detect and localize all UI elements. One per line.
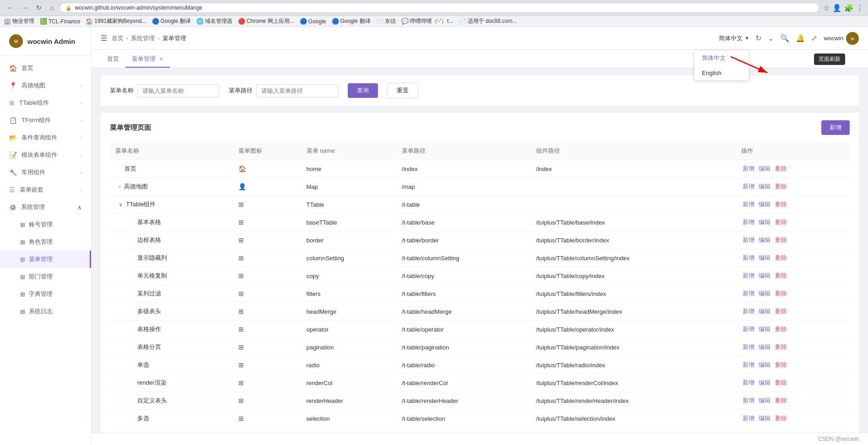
menu-name-input[interactable] (137, 84, 220, 97)
forward-button[interactable]: → (19, 3, 30, 12)
edit-action-btn[interactable]: 编辑 (757, 414, 772, 423)
user-info[interactable]: wocwin w (824, 32, 859, 45)
add-action-btn[interactable]: 新增 (741, 290, 756, 298)
bookmark-1991[interactable]: 🏠 1991藏家狗Beyond... (86, 17, 146, 25)
edit-action-btn[interactable]: 编辑 (757, 343, 772, 351)
bookmark-wuye[interactable]: 🏢 物业管理 (4, 17, 34, 25)
bookmark-doc88[interactable]: 📄 适用于 doc88.com... (459, 17, 517, 25)
add-action-btn[interactable]: 新增 (741, 361, 756, 369)
tab-home[interactable]: 首页 (101, 51, 125, 68)
search-topbar-icon[interactable]: 🔍 (780, 34, 789, 43)
sidebar-item-sysadmin[interactable]: ⚙️ 系统管理 ∧ (0, 198, 91, 216)
sidebar-subitem-menu[interactable]: ⊞ 菜单管理 (0, 251, 91, 268)
add-action-btn[interactable]: 新增 (741, 200, 756, 209)
delete-action-btn[interactable]: 删除 (774, 325, 788, 333)
add-action-btn[interactable]: 新增 (741, 414, 756, 423)
refresh-icon[interactable]: ↻ (755, 34, 761, 43)
sidebar-item-condition[interactable]: 📂 条件查询组件 › (0, 129, 91, 146)
add-action-btn[interactable]: 新增 (741, 325, 756, 333)
back-button[interactable]: ← (5, 3, 16, 12)
topbar-down-arrow-icon[interactable]: ⌄ (768, 34, 774, 43)
bookmark-googletrans[interactable]: 🔵 Google 翻译 (152, 17, 191, 25)
edit-action-btn[interactable]: 编辑 (757, 307, 772, 316)
breadcrumb-home[interactable]: 首页 (112, 34, 124, 43)
delete-action-btn[interactable]: 删除 (774, 379, 788, 387)
menu-path-input[interactable] (256, 84, 339, 97)
edit-action-btn[interactable]: 编辑 (757, 361, 772, 369)
new-button-top[interactable]: 新增 (821, 120, 850, 135)
sidebar-item-tform[interactable]: 📋 TForm组件 › (0, 112, 91, 129)
add-action-btn[interactable]: 新增 (741, 165, 756, 173)
edit-action-btn[interactable]: 编辑 (757, 397, 772, 405)
edit-action-btn[interactable]: 编辑 (757, 379, 772, 387)
tab-menu[interactable]: 菜单管理 ✕ (125, 51, 170, 68)
delete-action-btn[interactable]: 删除 (774, 218, 788, 226)
sidebar-subitem-syslog[interactable]: ⊞ 系统日志 (0, 303, 91, 320)
bookmark-bilibili[interactable]: 💬 哔哩哔哩（'-'）τ... (401, 17, 453, 25)
add-action-btn[interactable]: 新增 (741, 254, 756, 262)
add-action-btn[interactable]: 新增 (741, 307, 756, 316)
bookmark-tcl[interactable]: 💹 TCL-Finance (40, 18, 80, 25)
add-action-btn[interactable]: 新增 (741, 182, 756, 191)
edit-action-btn[interactable]: 编辑 (757, 325, 772, 333)
expand-button[interactable]: ∨ (119, 202, 123, 208)
bookmark-google[interactable]: 🔵 Google (300, 18, 326, 25)
bookmark-domain[interactable]: 🌐 域名管理器 (196, 17, 232, 25)
bookmark-chrome[interactable]: 🔴 Chrome 网上应用... (238, 17, 294, 25)
bell-icon[interactable]: 🔔 (796, 34, 805, 43)
edit-action-btn[interactable]: 编辑 (757, 200, 772, 209)
add-action-btn[interactable]: 新增 (741, 218, 756, 226)
delete-action-btn[interactable]: 删除 (774, 165, 788, 173)
edit-action-btn[interactable]: 编辑 (757, 254, 772, 262)
edit-action-btn[interactable]: 编辑 (757, 290, 772, 298)
add-action-btn[interactable]: 新增 (741, 397, 756, 405)
sidebar-item-menuembed[interactable]: ☰ 菜单嵌套 › (0, 181, 91, 198)
edit-action-btn[interactable]: 编辑 (757, 272, 772, 280)
edit-action-btn[interactable]: 编辑 (757, 218, 772, 226)
add-action-btn[interactable]: 新增 (741, 236, 756, 244)
lang-option-english[interactable]: English (695, 66, 749, 80)
delete-action-btn[interactable]: 删除 (774, 236, 788, 244)
delete-action-btn[interactable]: 删除 (774, 200, 788, 209)
edit-action-btn[interactable]: 编辑 (757, 165, 772, 173)
home-button[interactable]: ⌂ (48, 3, 56, 12)
expand-button[interactable]: › (119, 184, 121, 189)
sidebar-item-ttable[interactable]: ⊞ TTable组件 › (0, 94, 91, 112)
delete-action-btn[interactable]: 删除 (774, 307, 788, 316)
lang-option-chinese[interactable]: 简体中文 (695, 50, 749, 66)
delete-action-btn[interactable]: 删除 (774, 397, 788, 405)
url-bar[interactable]: 🔒 wocwin.github.io/wocwin-admin/system/m… (59, 3, 819, 13)
sidebar-item-home[interactable]: 🏠 首页 (0, 59, 91, 77)
sidebar-item-moduleform[interactable]: 📝 模块表单组件 › (0, 146, 91, 164)
fullscreen-icon[interactable]: ⤢ (811, 34, 817, 43)
tab-close-button[interactable]: ✕ (159, 56, 163, 62)
sidebar-item-gaode[interactable]: 📍 高德地图 › (0, 77, 91, 94)
bookmark-googletrans2[interactable]: 🔵 Google 翻译 (332, 17, 371, 25)
sidebar-subitem-dict[interactable]: ⊞ 字典管理 (0, 285, 91, 303)
bookmark-star-icon[interactable]: ☆ (823, 4, 830, 12)
delete-action-btn[interactable]: 删除 (774, 272, 788, 280)
delete-action-btn[interactable]: 删除 (774, 414, 788, 423)
delete-action-btn[interactable]: 删除 (774, 182, 788, 191)
add-action-btn[interactable]: 新增 (741, 272, 756, 280)
menu-dots-icon[interactable]: ⋮ (856, 4, 863, 12)
hamburger-icon[interactable]: ☰ (101, 34, 107, 43)
add-action-btn[interactable]: 新增 (741, 343, 756, 351)
sidebar-subitem-dept[interactable]: ⊞ 部门管理 (0, 268, 91, 285)
edit-action-btn[interactable]: 编辑 (757, 236, 772, 244)
edit-action-btn[interactable]: 编辑 (757, 182, 772, 191)
delete-action-btn[interactable]: 删除 (774, 343, 788, 351)
bookmark-dongxin[interactable]: ✉️ 东信 (376, 17, 396, 25)
add-action-btn[interactable]: 新增 (741, 379, 756, 387)
delete-action-btn[interactable]: 删除 (774, 290, 788, 298)
reset-button[interactable]: 重置 (387, 83, 418, 98)
extension-icon[interactable]: 🧩 (844, 4, 853, 12)
lang-selector[interactable]: 简体中文 ▼ (719, 34, 749, 43)
search-button[interactable]: 查询 (348, 83, 378, 98)
sidebar-subitem-account[interactable]: ⊞ 账号管理 (0, 216, 91, 233)
delete-action-btn[interactable]: 删除 (774, 254, 788, 262)
sidebar-item-common[interactable]: 🔧 常用组件 › (0, 164, 91, 181)
delete-action-btn[interactable]: 删除 (774, 361, 788, 369)
profile-icon[interactable]: 👤 (832, 4, 841, 12)
sidebar-subitem-role[interactable]: ⊞ 角色管理 (0, 233, 91, 251)
